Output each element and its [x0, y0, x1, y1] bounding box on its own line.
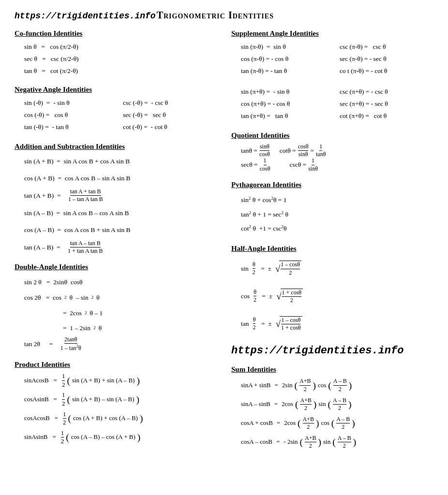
cofunction-formulas: sin θ=cos (π/2-θ) sec θ=csc (π/2-θ) tan …	[24, 42, 217, 77]
page-header: https://trigidentities.info Trigonometri…	[15, 10, 433, 21]
sum-cosAminuscosB: cosA – cosB= - 2sin( A+B2 ) sin( A – B2 …	[241, 434, 433, 450]
supplement2-formulas: sin (π+θ) = - sin θ cos (π+θ) = - cos θ …	[241, 87, 433, 123]
neg-cot: cot (-θ) = - cot θ	[123, 122, 217, 133]
half-cos: cos θ2 = ± √ 1 + cosθ2	[241, 284, 433, 308]
half-tan: tan θ2 = ± √ 1 – cosθ1 + cosθ	[241, 312, 433, 335]
add-tan-plus: tan (A + B) = tan A + tan B 1 – tan A ta…	[24, 189, 217, 203]
double-sin: sin 2 θ = 2sinθ cosθ	[24, 275, 217, 290]
half-formulas: sin θ2 = ± √ 1 – cosθ2 cos θ2 = ±	[241, 257, 433, 335]
cofunction-sec: sec θ=csc (π/2-θ)	[24, 54, 217, 65]
negative-title: Negative Angle Identities	[15, 86, 217, 94]
quot-csc: cscθ = 1sinθ	[289, 158, 317, 172]
sum-cosApluzcosB: cosA + cosB= 2cos( A+B2 ) cos( A – B2 )	[241, 415, 433, 431]
section-product: Product Identities sinAcosB= 12 ( sin (A…	[15, 361, 217, 446]
quot-cot: cotθ = cosθsinθ = 1tanθ	[280, 144, 326, 158]
pyth-3: cot2 θ +1 = csc2θ	[241, 221, 433, 236]
supp2-cos: cos (π+θ) = - cos θ	[241, 99, 335, 110]
supp-cos: cos (π-θ) = - cos θ	[241, 54, 335, 65]
sum-sinAplussinB: sinA + sinB= 2sin( A+B2 ) cos( A – B2 )	[241, 378, 433, 393]
supp2-sin: sin (π+θ) = - sin θ	[241, 87, 335, 98]
double-tan: tan 2θ = 2tanθ 1 – tan2θ	[24, 336, 217, 351]
section-pythagorean: Pythagorean Identities sin2 θ + cos2θ = …	[231, 181, 433, 236]
supp2-sec: sec (π+θ) = - sec θ	[340, 99, 433, 110]
quot-tan: tanθ = sinθcosθ	[241, 144, 270, 158]
neg-cos: cos (-θ) = cos θ	[24, 110, 118, 121]
supp-csc: csc (π-θ) = csc θ	[340, 42, 433, 53]
cofunction-sin: sin θ=cos (π/2-θ)	[24, 42, 217, 53]
neg-sin: sin (-θ) = - sin θ	[24, 98, 118, 109]
quotient-formulas: tanθ = sinθcosθ cotθ = cosθsinθ = 1tanθ …	[241, 144, 433, 172]
supp-sec: sec (π-θ) = - sec θ	[340, 54, 433, 65]
pyth-2: tan2 θ + 1 = sec2 θ	[241, 207, 433, 222]
cofunction-tan: tan θ=cot (π/2-θ)	[24, 66, 217, 77]
supplement-formulas: sin (π-θ) = sin θ cos (π-θ) = - cos θ ta…	[241, 42, 433, 78]
add-cos-minus: cos (A – B) = cos A cos B + sin A sin B	[24, 223, 217, 236]
cofunction-title: Co-function Identities	[15, 29, 217, 38]
footer-url: https://trigidentities.info	[231, 345, 403, 357]
supp-sin: sin (π-θ) = sin θ	[241, 42, 335, 53]
supp2-csc: csc (π+θ) = - csc θ	[340, 87, 433, 98]
double-cos2: = 2cos2θ – 1	[63, 306, 217, 320]
section-negative: Negative Angle Identities sin (-θ) = - s…	[15, 86, 217, 134]
header-url: https://trigidentities.info	[15, 11, 156, 21]
add-sin-minus: sin (A – B) = sin A cos B – cos A sin B	[24, 206, 217, 219]
section-double: Double-Angle Identities sin 2 θ = 2sinθ …	[15, 263, 217, 351]
double-title: Double-Angle Identities	[15, 263, 217, 271]
quotient-title: Quotient Identities	[231, 131, 433, 140]
half-sin: sin θ2 = ± √ 1 – cosθ2	[241, 257, 433, 280]
prod-cosAcosB: cosAcosB= 12 ( cos (A + B) + cos (A – B)…	[24, 410, 217, 426]
supp-tan: tan (π-θ) = - tan θ	[241, 66, 335, 77]
section-quotient: Quotient Identities tanθ = sinθcosθ cotθ…	[231, 131, 433, 172]
neg-csc: csc (-θ) = - csc θ	[123, 98, 217, 109]
prod-cosAsinB: cosAsinB= 12 ( sin (A + B) – sin (A – B)…	[24, 392, 217, 408]
pyth-1: sin2 θ + cos2θ = 1	[241, 193, 433, 207]
section-supplement2: sin (π+θ) = - sin θ cos (π+θ) = - cos θ …	[231, 87, 433, 123]
double-cos1: cos 2θ = cos2θ – sin2θ	[24, 291, 217, 305]
section-half: Half-Angle Identities sin θ2 = ± √ 1 – c…	[231, 245, 433, 335]
sum-formulas: sinA + sinB= 2sin( A+B2 ) cos( A – B2 ) …	[241, 378, 433, 451]
neg-tan: tan (-θ) = - tan θ	[24, 122, 118, 133]
addition-formulas: sin (A + B) = sin A cos B + cos A sin B …	[24, 155, 217, 255]
sum-sinAminussinB: sinA – sinB= 2cos( A+B2 ) sin( A – B2 )	[241, 396, 433, 412]
add-tan-minus: tan (A – B) = tan A – tan B 1 + tan A ta…	[24, 240, 217, 254]
add-cos-plus: cos (A + B) = cos A cos B – sin A sin B	[24, 172, 217, 185]
footer-url-section: https://trigidentities.info	[231, 345, 433, 357]
half-title: Half-Angle Identities	[231, 245, 433, 253]
quot-sec: secθ = 1cosθ	[241, 158, 270, 172]
section-addition: Addition and Subtraction Identities sin …	[15, 143, 217, 255]
supp2-tan: tan (π+θ) = tan θ	[241, 111, 335, 122]
pythagorean-title: Pythagorean Identities	[231, 181, 433, 189]
negative-formulas: sin (-θ) = - sin θ cos (-θ) = cos θ tan …	[24, 98, 217, 134]
supplement-title: Supplement Angle Identities	[231, 29, 433, 38]
pythagorean-formulas: sin2 θ + cos2θ = 1 tan2 θ + 1 = sec2 θ c…	[241, 193, 433, 236]
double-cos3: = 1 – 2sin2θ	[63, 321, 217, 335]
add-sin-plus: sin (A + B) = sin A cos B + cos A sin B	[24, 155, 217, 168]
section-sum: Sum Identities sinA + sinB= 2sin( A+B2 )…	[231, 365, 433, 451]
header-title: Trigonometric Identities	[157, 10, 274, 21]
prod-sinAcosB: sinAcosB= 12 ( sin (A + B) + sin (A – B)…	[24, 373, 217, 389]
addition-title: Addition and Subtraction Identities	[15, 143, 217, 151]
sum-title: Sum Identities	[231, 365, 433, 374]
supp2-cot: cot (π+θ) = cot θ	[340, 111, 433, 122]
neg-sec: sec (-θ) = sec θ	[123, 110, 217, 121]
section-supplement: Supplement Angle Identities sin (π-θ) = …	[231, 29, 433, 78]
product-formulas: sinAcosB= 12 ( sin (A + B) + sin (A – B)…	[24, 373, 217, 446]
supp-cot: co t (π-θ) = - cot θ	[340, 66, 433, 77]
prod-sinAsinB: sinAsinB= 12 ( cos (A – B) – cos (A + B)…	[24, 429, 217, 445]
double-formulas: sin 2 θ = 2sinθ cosθ cos 2θ = cos2θ – si…	[24, 275, 217, 351]
product-title: Product Identities	[15, 361, 217, 369]
section-cofunction: Co-function Identities sin θ=cos (π/2-θ)…	[15, 29, 217, 77]
